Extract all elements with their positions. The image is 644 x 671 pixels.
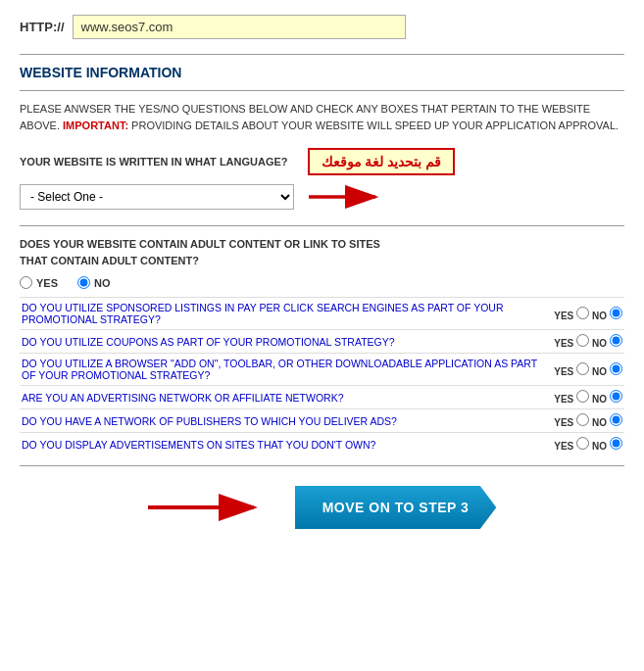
question-text: DO YOU DISPLAY ADVERTISEMENTS ON SITES T…: [20, 433, 546, 456]
q1-yes-radio[interactable]: [576, 334, 589, 347]
table-row: ARE YOU AN ADVERTISING NETWORK OR AFFILI…: [20, 386, 624, 409]
q1-no-radio[interactable]: [610, 334, 622, 347]
question-text: ARE YOU AN ADVERTISING NETWORK OR AFFILI…: [20, 386, 546, 409]
step3-button[interactable]: MOVE ON TO STEP 3: [295, 486, 497, 529]
q5-no-radio[interactable]: [610, 437, 622, 450]
q4-yes-radio[interactable]: [576, 413, 589, 426]
divider-top: [20, 54, 624, 55]
q3-yes-radio[interactable]: [576, 390, 589, 403]
table-row: DO YOU DISPLAY ADVERTISEMENTS ON SITES T…: [20, 433, 624, 456]
table-row: DO YOU UTILIZE A BROWSER "ADD ON", TOOLB…: [20, 354, 624, 386]
adult-content-section: DOES YOUR WEBSITE CONTAIN ADULT CONTENT …: [20, 236, 624, 455]
divider-title: [20, 90, 624, 91]
language-question: YOUR WEBSITE IS WRITTEN IN WHAT LANGUAGE…: [20, 156, 288, 168]
adult-yes-radio[interactable]: [20, 276, 32, 289]
arabic-tooltip: قم بتحديد لغة موقعك: [308, 148, 456, 175]
bottom-section: MOVE ON TO STEP 3: [20, 486, 624, 529]
instructions-text: PLEASE ANWSER THE YES/NO QUESTIONS BELOW…: [20, 101, 624, 133]
divider-bottom: [20, 465, 624, 466]
question-text: DO YOU UTILIZE SPONSORED LISTINGS IN PAY…: [20, 298, 546, 330]
http-label: HTTP://: [20, 20, 65, 34]
questions-table: DO YOU UTILIZE SPONSORED LISTINGS IN PAY…: [20, 297, 624, 455]
section-title: WEBSITE INFORMATION: [20, 65, 624, 80]
q0-no-radio[interactable]: [610, 307, 622, 319]
table-row: DO YOU HAVE A NETWORK OF PUBLISHERS TO W…: [20, 409, 624, 433]
url-bar: HTTP://: [20, 15, 624, 39]
red-arrow-icon: [309, 183, 387, 211]
question-text: DO YOU UTILIZE COUPONS AS PART OF YOUR P…: [20, 330, 546, 354]
q3-no-radio[interactable]: [610, 390, 622, 403]
adult-yes-no-row: YES NO: [20, 276, 624, 289]
yes-text: YES: [36, 277, 58, 289]
url-input[interactable]: [73, 15, 406, 39]
language-row: YOUR WEBSITE IS WRITTEN IN WHAT LANGUAGE…: [20, 148, 624, 175]
yn-cell: YES NO: [546, 298, 624, 330]
table-row: DO YOU UTILIZE COUPONS AS PART OF YOUR P…: [20, 330, 624, 354]
adult-no-radio[interactable]: [77, 276, 90, 289]
adult-title: DOES YOUR WEBSITE CONTAIN ADULT CONTENT …: [20, 236, 624, 268]
bottom-arrow-icon: [148, 494, 266, 521]
q0-yes-radio[interactable]: [576, 307, 589, 319]
question-text: DO YOU UTILIZE A BROWSER "ADD ON", TOOLB…: [20, 354, 546, 386]
question-text: DO YOU HAVE A NETWORK OF PUBLISHERS TO W…: [20, 409, 546, 433]
q4-no-radio[interactable]: [610, 413, 622, 426]
adult-yes-label[interactable]: YES: [20, 276, 58, 289]
divider-mid: [20, 225, 624, 226]
yn-cell: YES NO: [546, 433, 624, 456]
yn-cell: YES NO: [546, 354, 624, 386]
q2-yes-radio[interactable]: [576, 362, 589, 375]
adult-no-label[interactable]: NO: [77, 276, 111, 289]
table-row: DO YOU UTILIZE SPONSORED LISTINGS IN PAY…: [20, 298, 624, 330]
q5-yes-radio[interactable]: [576, 437, 589, 450]
yn-cell: YES NO: [546, 330, 624, 354]
yn-cell: YES NO: [546, 409, 624, 433]
language-select[interactable]: - Select One -: [20, 184, 294, 210]
yn-cell: YES NO: [546, 386, 624, 409]
select-row: - Select One -: [20, 183, 624, 211]
no-text: NO: [94, 277, 111, 289]
q2-no-radio[interactable]: [610, 362, 622, 375]
